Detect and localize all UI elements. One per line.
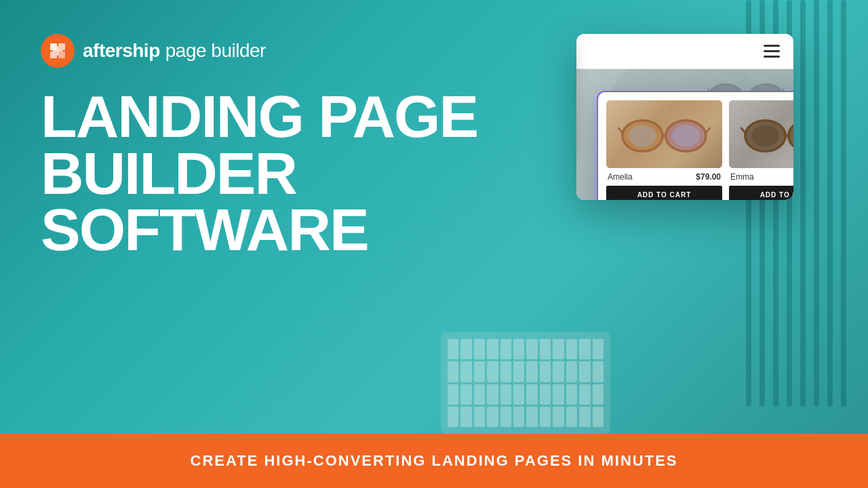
hamburger-menu[interactable] xyxy=(764,45,780,58)
svg-rect-2 xyxy=(50,52,57,58)
banner-text: CREATE HIGH-CONVERTING LANDING PAGES IN … xyxy=(191,452,678,470)
product-info-2: Emma $79.00 xyxy=(729,172,793,182)
sunglasses-img-warm xyxy=(606,100,722,168)
headline-line1: LANDING PAGE xyxy=(41,88,542,145)
headline-line2: BUILDER xyxy=(41,145,542,202)
svg-point-12 xyxy=(751,125,779,146)
logo-text: aftership page builder xyxy=(83,40,266,62)
add-to-cart-button-2[interactable]: ADD TO CART xyxy=(729,186,793,200)
product-card: Amelia $79.00 ADD TO CART xyxy=(597,91,793,200)
main-content: aftership page builder LANDING PAGE BUIL… xyxy=(0,0,868,434)
product-item-2: Emma $79.00 ADD TO CART xyxy=(729,100,793,200)
hamburger-line xyxy=(764,56,780,58)
product-item-1: Amelia $79.00 ADD TO CART xyxy=(606,100,722,200)
svg-rect-1 xyxy=(58,43,65,50)
logo-icon xyxy=(41,34,75,68)
left-side: aftership page builder LANDING PAGE BUIL… xyxy=(41,27,542,258)
svg-point-9 xyxy=(672,125,700,146)
product-info-1: Amelia $79.00 xyxy=(606,172,722,182)
headline-line3: SOFTWARE xyxy=(41,201,542,258)
headline: LANDING PAGE BUILDER SOFTWARE xyxy=(41,88,542,258)
svg-point-8 xyxy=(629,125,656,146)
svg-rect-0 xyxy=(50,43,57,50)
phone-mockup: New Looks Look Sharp in This Season's St… xyxy=(576,34,793,200)
product-image-1 xyxy=(606,100,722,168)
logo-brand: aftership xyxy=(83,40,160,62)
bottom-banner: CREATE HIGH-CONVERTING LANDING PAGES IN … xyxy=(0,434,868,488)
product-image-2 xyxy=(729,100,793,168)
product-grid: Amelia $79.00 ADD TO CART xyxy=(606,100,793,200)
right-side: New Looks Look Sharp in This Season's St… xyxy=(542,27,827,200)
product-name-1: Amelia xyxy=(608,172,633,182)
sunglasses-img-tortoise xyxy=(729,100,793,168)
add-to-cart-button-1[interactable]: ADD TO CART xyxy=(606,186,722,200)
logo-area: aftership page builder xyxy=(41,34,542,68)
phone-header xyxy=(576,34,793,69)
hamburger-line xyxy=(764,50,780,52)
product-price-1: $79.00 xyxy=(696,172,721,182)
hamburger-line xyxy=(764,45,780,47)
product-name-2: Emma xyxy=(730,172,754,182)
logo-product: page builder xyxy=(165,40,266,62)
svg-rect-3 xyxy=(58,52,65,58)
